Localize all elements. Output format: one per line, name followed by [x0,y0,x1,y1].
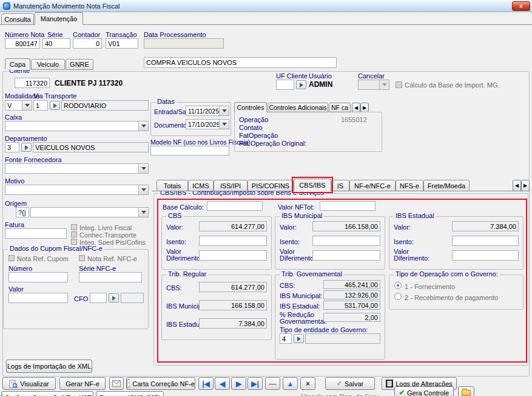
uf-cliente-field[interactable] [276,80,294,90]
lookup-icon [297,336,301,341]
origem-combo[interactable] [30,207,149,217]
ibs-estadual-isento-field[interactable] [452,236,519,246]
calc-base-checkbox[interactable] [396,81,402,88]
cupom-valor-field[interactable] [8,293,68,303]
integ-sped-checkbox[interactable] [71,239,77,245]
caixa-combo[interactable] [5,121,149,131]
logs-importacao-xml-button[interactable]: Logs de Importação de XML [6,360,92,373]
dropdown-button[interactable] [22,101,32,110]
numero-nota-field[interactable]: 800147 [5,38,40,49]
transacao-field[interactable]: V01 [106,38,138,49]
dropdown-button[interactable] [138,208,148,217]
cbs-valor-diferimento-field[interactable] [199,250,267,261]
modalidade-combo[interactable]: V [5,100,32,111]
tab-consulta[interactable]: Consulta [1,13,34,25]
close-button[interactable]: × [512,1,530,11]
via-transporte-codigo-field[interactable]: 1 [33,100,48,111]
cliente-codigo-field[interactable]: 117320 [15,78,50,88]
tab-iss-ipi[interactable]: ISS/IPI [214,180,247,191]
departamento-codigo-field[interactable]: 3 [5,142,19,152]
cfo-field[interactable] [90,293,107,303]
edit-record-button[interactable]: ▲ [283,377,298,390]
tipo-entidade-lookup-button[interactable] [294,334,304,343]
tab-nf-ca[interactable]: NF ca [329,103,351,112]
tab-nfe-nfce[interactable]: NF-e/NFC-e [349,180,396,191]
tab-icms[interactable]: ICMS [188,180,214,191]
controles-tabs-scroll-right[interactable]: ▶ [360,103,369,112]
radio-fornecimento[interactable] [394,282,402,289]
enviar-email-button[interactable] [109,377,124,390]
tab-manutencao[interactable]: Manutenção [35,12,83,25]
operacao-value: 1655012 [341,116,367,123]
cancel-record-button[interactable]: × [300,377,315,390]
dropdown-button[interactable] [138,185,148,194]
documento-date-combo[interactable]: 17/10/2025 [186,119,229,129]
gerar-nfe-button[interactable]: Gerar NF-e [59,377,106,390]
minus-icon: — [269,380,277,387]
tab-veiculo[interactable]: Veículo [31,59,65,70]
nota-ref-nfce-checkbox[interactable] [79,255,85,261]
base-calculo-field[interactable] [207,201,263,211]
tipo-entidade-field[interactable]: 4 [280,333,292,344]
tab-pis-cofins[interactable]: PIS/COFINS [247,180,294,191]
cancelar-combo[interactable] [358,80,389,90]
integ-livro-fiscal-checkbox[interactable] [71,224,77,230]
nav-next-button[interactable]: ▶ [231,377,246,390]
tab-capa[interactable]: Capa [5,58,30,70]
nav-prev-button[interactable]: ◀ [215,377,230,390]
conhec-transporte-checkbox[interactable] [71,231,77,237]
salvar-button[interactable]: ✓ Salvar [325,377,375,390]
dropdown-button[interactable] [219,106,229,115]
dropdown-button[interactable] [379,80,389,89]
motivo-combo[interactable] [5,185,149,195]
dropdown-button[interactable] [138,164,148,173]
origem-codigo-field[interactable]: ?{| [16,207,29,217]
nota-ref-cupom-checkbox[interactable] [8,255,15,261]
trib-gov-cbs-field: 465.241,00 [323,280,380,289]
carta-correcao-button[interactable]: Carta Correção NF-e [126,377,195,390]
tab-frete-moeda[interactable]: Frete/Moeda [423,180,470,191]
regravar-icms-button[interactable]: Regravar ICMS (805) [96,391,164,396]
visualizar-button[interactable]: Visualizar [2,377,56,390]
tax-tabs-scroll-right[interactable]: ▶ [521,180,530,191]
delete-record-button[interactable]: — [265,377,280,390]
serie-field[interactable]: 40 [42,38,70,49]
contador-field[interactable]: 0 [73,38,102,49]
ibs-municipal-isento-field[interactable] [312,236,380,246]
fonte-fornecedora-combo[interactable] [5,163,149,174]
controles-tabs-scroll-left[interactable]: ◀ [352,103,360,112]
valor-nftot-field[interactable] [320,201,375,211]
tax-tabs-scroll-left[interactable]: ◀ [513,180,521,191]
tab-controles-adicionais[interactable]: Controles Adicionais [268,103,328,112]
ibs-municipal-diferimento-field[interactable] [312,250,380,261]
confirma-operacao-button[interactable]: Confirma Operação NF-e (427) [1,391,93,396]
ibs-estadual-diferimento-field[interactable] [452,250,519,261]
tab-totais[interactable]: Totais [157,180,188,191]
tab-controles[interactable]: Controles [234,102,267,112]
fatura-field[interactable] [5,228,67,239]
gera-controle-button[interactable]: ✔ Gera Controle [394,386,454,396]
tab-nfse[interactable]: NFS-e [396,180,423,191]
dropdown-button[interactable] [138,121,148,131]
data-processamento-field[interactable] [144,38,224,49]
cupom-numero-field[interactable] [8,272,68,282]
tab-cbs-ibs[interactable]: CBS/IBS [294,179,331,192]
serie-nfce-field[interactable] [79,272,142,282]
nav-first-button[interactable]: |◀ [198,377,214,390]
departamento-lookup-button[interactable] [21,143,32,152]
tab-is[interactable]: IS [331,180,349,191]
via-transporte-lookup-button[interactable] [50,101,60,110]
abrir-pasta-button[interactable] [458,386,474,396]
caixa-label: Caixa [5,114,22,121]
radio-recebimento[interactable] [394,293,402,300]
uf-lookup-button[interactable] [296,80,306,89]
tab-gnre[interactable]: GNRE [66,59,93,70]
dropdown-button[interactable] [219,120,229,129]
descricao-operacao-field[interactable]: COMPRA VEICULOS NOVOS [144,57,337,68]
cbs-isento-field[interactable] [199,236,267,246]
modelo-nf-field[interactable] [150,146,229,155]
cfo-lookup-button[interactable] [109,293,119,302]
entrada-saida-date-combo[interactable]: 11/11/2025 [186,106,229,116]
nav-last-button[interactable]: ▶| [247,377,263,390]
trib-gov-ibs-municipal-label: IBS Municipal: [280,292,322,299]
